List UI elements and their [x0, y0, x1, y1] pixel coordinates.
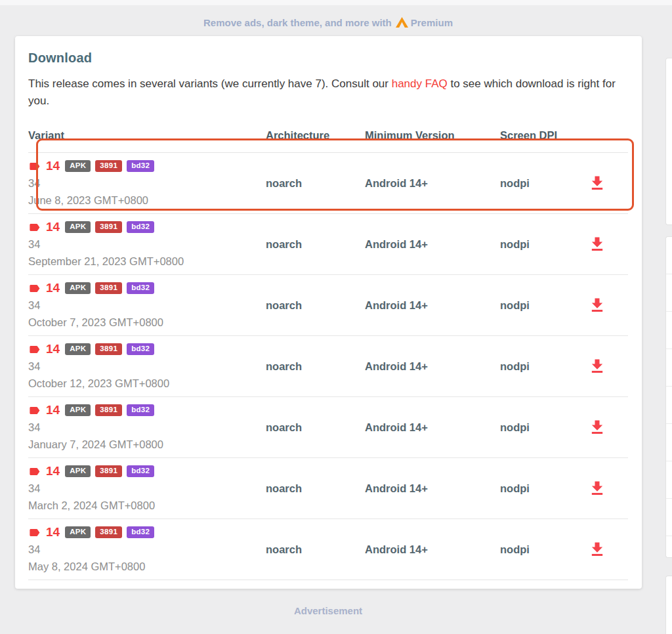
download-cell: [588, 540, 628, 559]
hash-badge: bd32: [127, 160, 154, 173]
hash-badge: bd32: [127, 465, 154, 478]
build-number-badge: 3891: [95, 221, 122, 234]
download-cell: [588, 174, 628, 192]
top-strip: [0, 0, 672, 5]
tag-icon: [28, 465, 41, 478]
apk-type-badge: APK: [65, 404, 91, 417]
download-button[interactable]: [588, 296, 606, 314]
tag-icon: [28, 160, 41, 173]
variant-version-link[interactable]: 14: [46, 159, 60, 173]
architecture-value: noarch: [266, 543, 365, 556]
screen-dpi-value: nodpi: [500, 177, 588, 190]
premium-banner-link[interactable]: Remove ads, dark theme, and more withPre…: [0, 17, 656, 30]
download-button[interactable]: [588, 357, 606, 375]
table-header-row: Variant Architecture Minimum Version Scr…: [28, 129, 628, 153]
apk-type-badge: APK: [65, 282, 91, 295]
table-row: 14 APK 3891 bd32 34 September 21, 2023 G…: [28, 214, 628, 275]
download-button[interactable]: [588, 540, 606, 559]
build-number-badge: 3891: [95, 465, 122, 478]
download-cell: [588, 418, 628, 436]
download-cell: [588, 296, 628, 314]
screen-dpi-value: nodpi: [500, 360, 588, 373]
variant-cell: 14 APK 3891 bd32 34 March 2, 2024 GMT+08…: [28, 458, 266, 518]
header-variant: Variant: [28, 129, 266, 142]
minimum-version-value: Android 14+: [365, 238, 500, 251]
release-date: October 12, 2023 GMT+0800: [28, 375, 266, 392]
table-row: 14 APK 3891 bd32 34 May 8, 2024 GMT+0800…: [28, 519, 628, 580]
advertisement-label: Advertisement: [0, 605, 656, 616]
variant-version-link[interactable]: 14: [46, 525, 60, 539]
header-architecture: Architecture: [266, 129, 365, 142]
apk-type-badge: APK: [65, 343, 91, 356]
badge-line: 14 APK 3891 bd32: [28, 219, 266, 236]
apkmirror-logo-icon: [396, 17, 408, 30]
variant-cell: 14 APK 3891 bd32 34 September 21, 2023 G…: [28, 214, 266, 274]
hash-badge: bd32: [127, 343, 154, 356]
apk-type-badge: APK: [65, 526, 91, 539]
architecture-value: noarch: [266, 360, 365, 373]
minimum-version-value: Android 14+: [365, 543, 500, 556]
intro-text: This release comes in several variants (…: [28, 75, 622, 110]
table-body: 14 APK 3891 bd32 34 June 8, 2023 GMT+080…: [28, 153, 628, 580]
tag-icon: [28, 343, 41, 356]
table-row: 14 APK 3891 bd32 34 October 12, 2023 GMT…: [28, 336, 628, 397]
screen-dpi-value: nodpi: [500, 543, 588, 556]
variant-cell: 14 APK 3891 bd32 34 October 12, 2023 GMT…: [28, 336, 266, 396]
minimum-version-value: Android 14+: [365, 360, 500, 373]
variant-cell: 14 APK 3891 bd32 34 January 7, 2024 GMT+…: [28, 397, 266, 457]
hash-badge: bd32: [127, 221, 154, 234]
badge-line: 14 APK 3891 bd32: [28, 341, 266, 358]
download-button[interactable]: [588, 418, 606, 436]
minimum-version-value: Android 14+: [365, 299, 500, 312]
table-row: 14 APK 3891 bd32 34 October 7, 2023 GMT+…: [28, 275, 628, 336]
architecture-value: noarch: [266, 177, 365, 190]
tag-icon: [28, 221, 41, 234]
variant-cell: 14 APK 3891 bd32 34 June 8, 2023 GMT+080…: [28, 153, 266, 213]
table-row: 14 APK 3891 bd32 34 January 7, 2024 GMT+…: [28, 397, 628, 458]
download-card: Download This release comes in several v…: [15, 36, 642, 589]
hash-badge: bd32: [127, 526, 154, 539]
right-edge-card-middle: [665, 236, 672, 558]
build-number-badge: 3891: [95, 404, 122, 417]
badge-line: 14 APK 3891 bd32: [28, 402, 266, 419]
variant-version-link[interactable]: 14: [46, 403, 60, 417]
apk-type-badge: APK: [65, 160, 91, 173]
download-cell: [588, 235, 628, 253]
variant-cell: 14 APK 3891 bd32 34 October 7, 2023 GMT+…: [28, 275, 266, 335]
minimum-version-value: Android 14+: [365, 482, 500, 495]
screen-dpi-value: nodpi: [500, 482, 588, 495]
tag-icon: [28, 526, 41, 539]
variant-version-link[interactable]: 14: [46, 281, 60, 295]
variants-table: Variant Architecture Minimum Version Scr…: [28, 129, 628, 580]
apk-type-badge: APK: [65, 465, 91, 478]
download-cell: [588, 357, 628, 375]
build-number-badge: 3891: [95, 282, 122, 295]
download-button[interactable]: [588, 174, 606, 192]
architecture-value: noarch: [266, 299, 365, 312]
variant-version-link[interactable]: 14: [46, 464, 60, 478]
right-edge-card-top: [665, 58, 672, 225]
api-level: 34: [28, 236, 266, 253]
hash-badge: bd32: [127, 282, 154, 295]
build-number-badge: 3891: [95, 526, 122, 539]
badge-line: 14 APK 3891 bd32: [28, 463, 266, 480]
badge-line: 14 APK 3891 bd32: [28, 158, 266, 175]
build-number-badge: 3891: [95, 343, 122, 356]
api-level: 34: [28, 297, 266, 314]
architecture-value: noarch: [266, 238, 365, 251]
download-button[interactable]: [588, 235, 606, 253]
variant-version-link[interactable]: 14: [46, 342, 60, 356]
badge-line: 14 APK 3891 bd32: [28, 280, 266, 297]
variant-version-link[interactable]: 14: [46, 220, 60, 234]
intro-before: This release comes in several variants (…: [28, 77, 392, 90]
release-date: May 8, 2024 GMT+0800: [28, 558, 266, 575]
release-date: March 2, 2024 GMT+0800: [28, 497, 266, 514]
faq-link[interactable]: handy FAQ: [392, 77, 448, 90]
tag-icon: [28, 282, 41, 295]
page-title: Download: [28, 51, 629, 66]
screen-dpi-value: nodpi: [500, 421, 588, 434]
download-button[interactable]: [588, 479, 606, 497]
badge-line: 14 APK 3891 bd32: [28, 524, 266, 541]
header-minimum-version: Minimum Version: [365, 129, 500, 142]
release-date: January 7, 2024 GMT+0800: [28, 436, 266, 453]
